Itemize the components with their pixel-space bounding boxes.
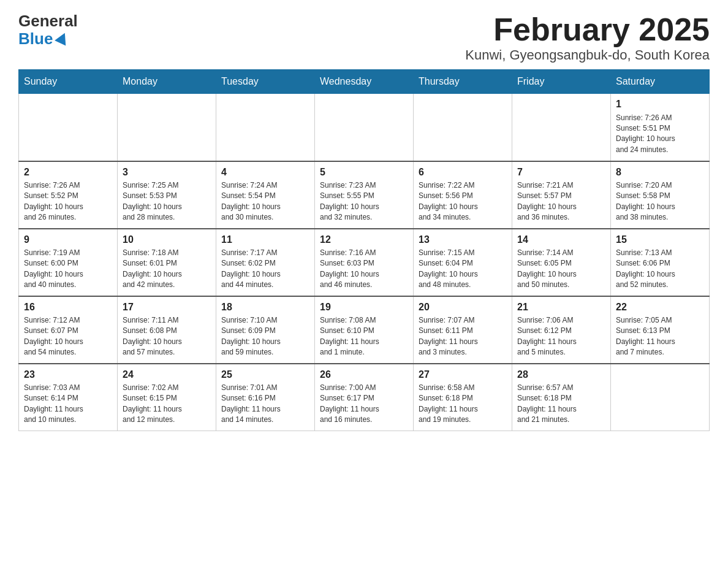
- day-number: 9: [24, 233, 112, 247]
- day-number: 5: [320, 166, 408, 179]
- day-info: Sunrise: 7:23 AM Sunset: 5:55 PM Dayligh…: [320, 180, 408, 223]
- day-number: 7: [517, 166, 605, 179]
- calendar-cell: 8Sunrise: 7:20 AM Sunset: 5:58 PM Daylig…: [611, 161, 710, 229]
- logo-triangle-icon: [55, 31, 70, 46]
- day-info: Sunrise: 7:15 AM Sunset: 6:04 PM Dayligh…: [419, 248, 507, 291]
- logo-blue-text: Blue: [18, 30, 69, 48]
- day-info: Sunrise: 6:57 AM Sunset: 6:18 PM Dayligh…: [517, 383, 605, 426]
- page-header: General Blue February 2025 Kunwi, Gyeong…: [18, 12, 710, 63]
- day-number: 10: [123, 233, 211, 247]
- calendar-cell: 21Sunrise: 7:06 AM Sunset: 6:12 PM Dayli…: [512, 296, 611, 364]
- calendar-cell: [118, 94, 216, 161]
- calendar-cell: 28Sunrise: 6:57 AM Sunset: 6:18 PM Dayli…: [512, 364, 611, 431]
- calendar-cell: 25Sunrise: 7:01 AM Sunset: 6:16 PM Dayli…: [216, 364, 315, 431]
- calendar-cell: 9Sunrise: 7:19 AM Sunset: 6:00 PM Daylig…: [19, 229, 118, 296]
- day-number: 11: [221, 233, 309, 247]
- calendar-cell: [216, 94, 315, 161]
- weekday-header-sunday: Sunday: [19, 70, 118, 94]
- calendar-cell: [414, 94, 512, 161]
- day-info: Sunrise: 7:25 AM Sunset: 5:53 PM Dayligh…: [123, 180, 211, 223]
- day-info: Sunrise: 7:18 AM Sunset: 6:01 PM Dayligh…: [123, 248, 211, 291]
- day-info: Sunrise: 6:58 AM Sunset: 6:18 PM Dayligh…: [419, 383, 507, 426]
- day-info: Sunrise: 7:17 AM Sunset: 6:02 PM Dayligh…: [221, 248, 309, 291]
- calendar-cell: 18Sunrise: 7:10 AM Sunset: 6:09 PM Dayli…: [216, 296, 315, 364]
- day-number: 27: [419, 368, 507, 381]
- day-info: Sunrise: 7:24 AM Sunset: 5:54 PM Dayligh…: [221, 180, 309, 223]
- calendar-week-row: 16Sunrise: 7:12 AM Sunset: 6:07 PM Dayli…: [19, 296, 710, 364]
- calendar-table: SundayMondayTuesdayWednesdayThursdayFrid…: [18, 69, 710, 431]
- calendar-cell: 12Sunrise: 7:16 AM Sunset: 6:03 PM Dayli…: [315, 229, 414, 296]
- calendar-cell: 16Sunrise: 7:12 AM Sunset: 6:07 PM Dayli…: [19, 296, 118, 364]
- calendar-cell: 6Sunrise: 7:22 AM Sunset: 5:56 PM Daylig…: [414, 161, 512, 229]
- calendar-header: SundayMondayTuesdayWednesdayThursdayFrid…: [19, 70, 710, 94]
- weekday-header-monday: Monday: [118, 70, 216, 94]
- day-number: 21: [517, 301, 605, 314]
- calendar-cell: 26Sunrise: 7:00 AM Sunset: 6:17 PM Dayli…: [315, 364, 414, 431]
- day-number: 2: [24, 166, 112, 179]
- calendar-cell: 20Sunrise: 7:07 AM Sunset: 6:11 PM Dayli…: [414, 296, 512, 364]
- logo-general-text: General: [18, 12, 78, 30]
- calendar-cell: 24Sunrise: 7:02 AM Sunset: 6:15 PM Dayli…: [118, 364, 216, 431]
- weekday-header-friday: Friday: [512, 70, 611, 94]
- day-info: Sunrise: 7:26 AM Sunset: 5:52 PM Dayligh…: [24, 180, 112, 223]
- day-info: Sunrise: 7:16 AM Sunset: 6:03 PM Dayligh…: [320, 248, 408, 291]
- page-title: February 2025: [465, 12, 710, 47]
- day-number: 14: [517, 233, 605, 247]
- calendar-cell: 14Sunrise: 7:14 AM Sunset: 6:05 PM Dayli…: [512, 229, 611, 296]
- day-info: Sunrise: 7:07 AM Sunset: 6:11 PM Dayligh…: [419, 315, 507, 358]
- calendar-cell: 7Sunrise: 7:21 AM Sunset: 5:57 PM Daylig…: [512, 161, 611, 229]
- day-info: Sunrise: 7:10 AM Sunset: 6:09 PM Dayligh…: [221, 315, 309, 358]
- day-info: Sunrise: 7:00 AM Sunset: 6:17 PM Dayligh…: [320, 383, 408, 426]
- calendar-cell: 11Sunrise: 7:17 AM Sunset: 6:02 PM Dayli…: [216, 229, 315, 296]
- weekday-header-wednesday: Wednesday: [315, 70, 414, 94]
- calendar-cell: 3Sunrise: 7:25 AM Sunset: 5:53 PM Daylig…: [118, 161, 216, 229]
- day-number: 24: [123, 368, 211, 381]
- day-number: 18: [221, 301, 309, 314]
- calendar-cell: 4Sunrise: 7:24 AM Sunset: 5:54 PM Daylig…: [216, 161, 315, 229]
- calendar-cell: 15Sunrise: 7:13 AM Sunset: 6:06 PM Dayli…: [611, 229, 710, 296]
- calendar-cell: 1Sunrise: 7:26 AM Sunset: 5:51 PM Daylig…: [611, 94, 710, 161]
- calendar-cell: 2Sunrise: 7:26 AM Sunset: 5:52 PM Daylig…: [19, 161, 118, 229]
- day-info: Sunrise: 7:01 AM Sunset: 6:16 PM Dayligh…: [221, 383, 309, 426]
- day-number: 20: [419, 301, 507, 314]
- day-info: Sunrise: 7:02 AM Sunset: 6:15 PM Dayligh…: [123, 383, 211, 426]
- calendar-cell: 22Sunrise: 7:05 AM Sunset: 6:13 PM Dayli…: [611, 296, 710, 364]
- day-number: 12: [320, 233, 408, 247]
- day-info: Sunrise: 7:21 AM Sunset: 5:57 PM Dayligh…: [517, 180, 605, 223]
- calendar-week-row: 2Sunrise: 7:26 AM Sunset: 5:52 PM Daylig…: [19, 161, 710, 229]
- day-number: 1: [616, 98, 704, 111]
- day-info: Sunrise: 7:13 AM Sunset: 6:06 PM Dayligh…: [616, 248, 704, 291]
- day-number: 25: [221, 368, 309, 381]
- day-info: Sunrise: 7:22 AM Sunset: 5:56 PM Dayligh…: [419, 180, 507, 223]
- day-info: Sunrise: 7:12 AM Sunset: 6:07 PM Dayligh…: [24, 315, 112, 358]
- day-number: 22: [616, 301, 704, 314]
- day-number: 19: [320, 301, 408, 314]
- calendar-body: 1Sunrise: 7:26 AM Sunset: 5:51 PM Daylig…: [19, 94, 710, 431]
- weekday-header-saturday: Saturday: [611, 70, 710, 94]
- calendar-cell: 19Sunrise: 7:08 AM Sunset: 6:10 PM Dayli…: [315, 296, 414, 364]
- day-info: Sunrise: 7:06 AM Sunset: 6:12 PM Dayligh…: [517, 315, 605, 358]
- day-number: 16: [24, 301, 112, 314]
- calendar-week-row: 1Sunrise: 7:26 AM Sunset: 5:51 PM Daylig…: [19, 94, 710, 161]
- weekday-header-tuesday: Tuesday: [216, 70, 315, 94]
- day-number: 13: [419, 233, 507, 247]
- calendar-cell: 27Sunrise: 6:58 AM Sunset: 6:18 PM Dayli…: [414, 364, 512, 431]
- day-number: 4: [221, 166, 309, 179]
- logo: General Blue: [18, 12, 78, 47]
- day-info: Sunrise: 7:11 AM Sunset: 6:08 PM Dayligh…: [123, 315, 211, 358]
- day-number: 23: [24, 368, 112, 381]
- calendar-cell: 5Sunrise: 7:23 AM Sunset: 5:55 PM Daylig…: [315, 161, 414, 229]
- day-info: Sunrise: 7:14 AM Sunset: 6:05 PM Dayligh…: [517, 248, 605, 291]
- calendar-week-row: 23Sunrise: 7:03 AM Sunset: 6:14 PM Dayli…: [19, 364, 710, 431]
- day-number: 3: [123, 166, 211, 179]
- day-info: Sunrise: 7:20 AM Sunset: 5:58 PM Dayligh…: [616, 180, 704, 223]
- weekday-header-thursday: Thursday: [414, 70, 512, 94]
- day-info: Sunrise: 7:05 AM Sunset: 6:13 PM Dayligh…: [616, 315, 704, 358]
- calendar-cell: 13Sunrise: 7:15 AM Sunset: 6:04 PM Dayli…: [414, 229, 512, 296]
- day-info: Sunrise: 7:26 AM Sunset: 5:51 PM Dayligh…: [616, 113, 704, 156]
- day-info: Sunrise: 7:03 AM Sunset: 6:14 PM Dayligh…: [24, 383, 112, 426]
- weekday-header-row: SundayMondayTuesdayWednesdayThursdayFrid…: [19, 70, 710, 94]
- calendar-cell: [315, 94, 414, 161]
- title-block: February 2025 Kunwi, Gyeongsangbuk-do, S…: [465, 12, 710, 63]
- calendar-cell: 23Sunrise: 7:03 AM Sunset: 6:14 PM Dayli…: [19, 364, 118, 431]
